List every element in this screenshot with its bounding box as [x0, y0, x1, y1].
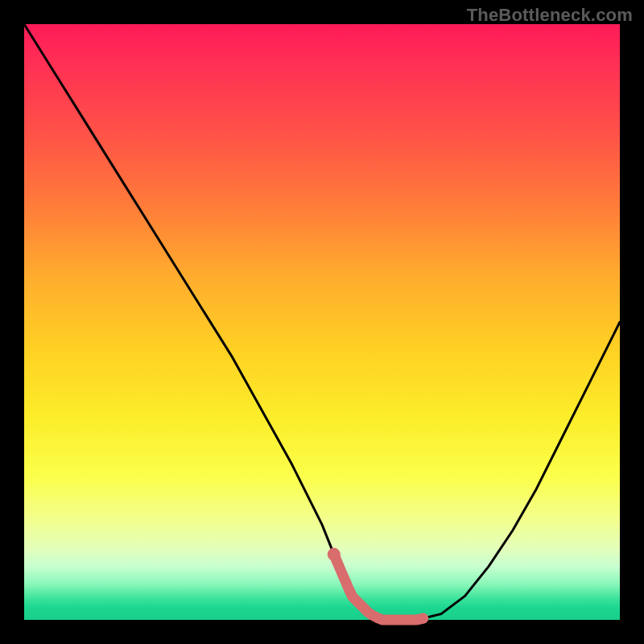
highlight-start-dot	[328, 548, 341, 561]
chart-svg	[24, 24, 620, 620]
watermark-text: TheBottleneck.com	[467, 5, 633, 26]
chart-frame: TheBottleneck.com	[0, 0, 644, 644]
plot-area	[24, 24, 620, 620]
highlight-segment	[334, 555, 423, 620]
bottleneck-curve	[24, 24, 620, 620]
